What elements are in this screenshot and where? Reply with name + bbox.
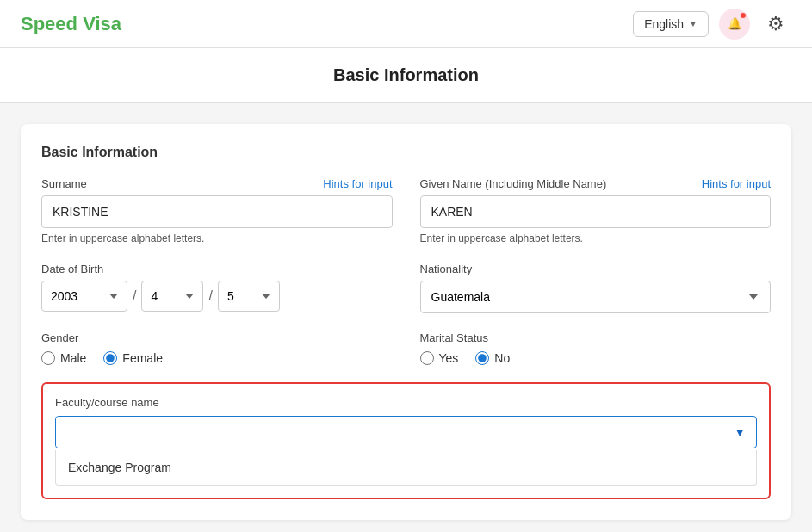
faculty-label: Faculty/course name xyxy=(55,396,757,409)
surname-input[interactable] xyxy=(41,195,393,228)
gender-male-radio[interactable] xyxy=(41,351,55,365)
given-name-hint-text: Enter in uppercase alphabet letters. xyxy=(420,232,772,244)
gender-label: Gender xyxy=(41,331,78,344)
language-selector[interactable]: English ▼ xyxy=(633,11,709,37)
marital-no-label: No xyxy=(494,351,510,365)
marital-label: Marital Status xyxy=(420,331,488,344)
marital-radio-group: Yes No xyxy=(420,351,772,365)
gear-icon: ⚙ xyxy=(767,13,784,35)
dob-col: Date of Birth 2003 2002 2001 2000 / 123 … xyxy=(41,262,393,313)
gender-female-label: Female xyxy=(122,351,163,365)
given-name-hints-link[interactable]: Hints for input xyxy=(702,177,771,190)
nationality-select[interactable]: Guatemala Japan USA China Other xyxy=(420,281,772,313)
header-right: English ▼ 🔔 ⚙ xyxy=(633,9,791,40)
surname-col: Surname Hints for input Enter in upperca… xyxy=(41,177,393,244)
language-label: English xyxy=(644,17,684,31)
faculty-dropdown-option[interactable]: Exchange Program xyxy=(55,450,757,486)
marital-no-option[interactable]: No xyxy=(475,351,510,365)
settings-button[interactable]: ⚙ xyxy=(760,9,791,40)
separator-1: / xyxy=(133,288,136,304)
notification-dot xyxy=(740,12,747,19)
marital-yes-label: Yes xyxy=(439,351,459,365)
page-title: Basic Information xyxy=(0,65,812,85)
form-section-title: Basic Information xyxy=(41,145,771,160)
faculty-section: Faculty/course name ▼ Exchange Program xyxy=(41,382,771,499)
dob-day-select[interactable]: 123 45 xyxy=(141,281,203,312)
surname-label: Surname xyxy=(41,177,87,190)
given-name-col: Given Name (Including Middle Name) Hints… xyxy=(420,177,772,244)
separator-2: / xyxy=(208,288,212,304)
gender-male-option[interactable]: Male xyxy=(41,351,86,365)
marital-yes-option[interactable]: Yes xyxy=(420,351,459,365)
marital-yes-radio[interactable] xyxy=(420,351,434,365)
logo: Speed Visa xyxy=(21,13,121,35)
given-name-input[interactable] xyxy=(420,195,772,228)
dob-year-select[interactable]: 2003 2002 2001 2000 xyxy=(41,281,127,312)
given-name-label: Given Name (Including Middle Name) xyxy=(420,177,607,190)
gender-female-radio[interactable] xyxy=(103,351,117,365)
surname-hints-link[interactable]: Hints for input xyxy=(323,177,392,190)
given-name-header: Given Name (Including Middle Name) Hints… xyxy=(420,177,772,190)
nationality-label: Nationality xyxy=(420,263,473,275)
main-content: Basic Information Surname Hints for inpu… xyxy=(0,103,812,532)
form-card: Basic Information Surname Hints for inpu… xyxy=(21,124,791,520)
faculty-input[interactable] xyxy=(56,417,723,448)
bell-icon: 🔔 xyxy=(728,17,742,30)
gender-radio-group: Male Female xyxy=(41,351,393,365)
row-dob-nationality: Date of Birth 2003 2002 2001 2000 / 123 … xyxy=(41,262,771,313)
notification-button[interactable]: 🔔 xyxy=(719,9,750,40)
marital-col: Marital Status Yes No xyxy=(420,331,772,365)
surname-header: Surname Hints for input xyxy=(41,177,393,190)
dob-label: Date of Birth xyxy=(41,263,103,275)
gender-male-label: Male xyxy=(60,351,86,365)
faculty-input-wrap: ▼ xyxy=(55,416,757,448)
page-title-bar: Basic Information xyxy=(0,48,812,103)
chevron-down-icon: ▼ xyxy=(689,19,697,28)
row-name: Surname Hints for input Enter in upperca… xyxy=(41,177,771,244)
dob-month-select[interactable]: 123 45 xyxy=(218,281,280,312)
gender-col: Gender Male Female xyxy=(41,331,393,365)
gender-female-option[interactable]: Female xyxy=(103,351,163,365)
nationality-col: Nationality Guatemala Japan USA China Ot… xyxy=(420,262,772,313)
marital-no-radio[interactable] xyxy=(475,351,489,365)
faculty-chevron-icon[interactable]: ▼ xyxy=(723,425,756,439)
header: Speed Visa English ▼ 🔔 ⚙ xyxy=(0,0,812,48)
surname-hint-text: Enter in uppercase alphabet letters. xyxy=(41,232,393,244)
dob-row: 2003 2002 2001 2000 / 123 45 / 123 45 xyxy=(41,281,393,312)
row-gender-marital: Gender Male Female Marital Status xyxy=(41,331,771,365)
